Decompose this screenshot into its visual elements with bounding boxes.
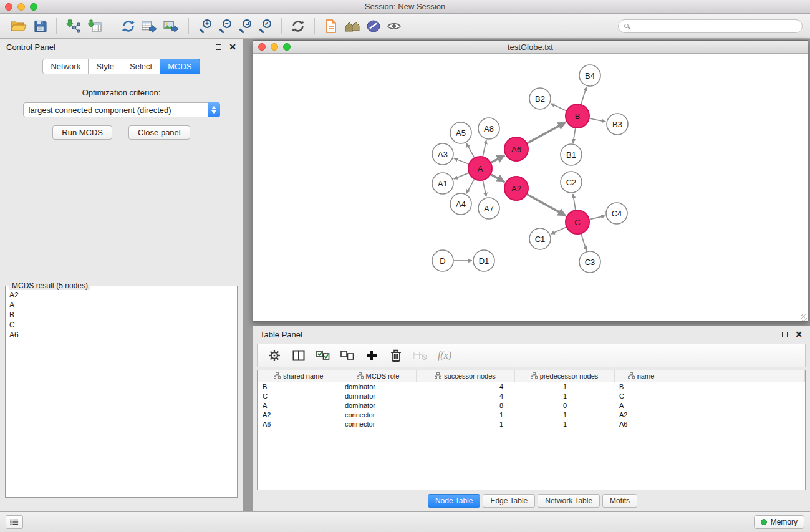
minimize-window-button[interactable]	[17, 3, 25, 11]
show-home-panel-button[interactable]	[341, 16, 364, 36]
table-cell[interactable]: A	[614, 401, 668, 410]
mcds-result-item[interactable]: A2	[9, 290, 233, 300]
save-session-button[interactable]	[30, 16, 50, 36]
table-row[interactable]: Adominator80A	[258, 401, 805, 410]
table-cell[interactable]: dominator	[340, 392, 416, 401]
table-cell[interactable]: dominator	[340, 401, 416, 410]
tab-network[interactable]: Network	[42, 59, 89, 74]
export-image-button[interactable]	[160, 16, 182, 36]
network-node-A[interactable]: A	[468, 157, 492, 180]
network-edge-A-A8[interactable]	[483, 140, 486, 157]
network-edge-C-C3[interactable]	[581, 234, 586, 251]
zoom-selected-button[interactable]: ✓	[255, 16, 275, 36]
mcds-result-item[interactable]: C	[9, 320, 233, 330]
network-node-D[interactable]: D	[432, 250, 453, 271]
table-cell[interactable]: A	[258, 401, 340, 410]
network-node-A5[interactable]: A5	[450, 122, 471, 143]
import-network-button[interactable]	[63, 16, 84, 36]
show-hide-button[interactable]	[383, 16, 405, 36]
network-node-A3[interactable]: A3	[432, 143, 453, 165]
table-cell[interactable]: 1	[416, 410, 514, 420]
network-edge-A-A5[interactable]	[466, 143, 474, 158]
network-edge-C-C1[interactable]	[551, 227, 566, 234]
delete-table-button[interactable]	[410, 346, 431, 365]
table-cell[interactable]: 1	[514, 382, 614, 392]
deselect-all-button[interactable]	[337, 346, 358, 365]
network-edge-A-A3[interactable]	[454, 158, 469, 164]
float-table-panel-icon[interactable]	[782, 332, 788, 337]
network-edge-A-A1[interactable]	[454, 173, 469, 179]
tab-style[interactable]: Style	[88, 59, 122, 74]
zoom-network-window-button[interactable]	[283, 43, 291, 51]
open-recent-document-button[interactable]	[321, 16, 341, 36]
memory-button[interactable]: Memory	[754, 515, 804, 529]
add-column-button[interactable]	[361, 346, 382, 365]
table-cell[interactable]: connector	[340, 420, 416, 429]
network-edge-A-A7[interactable]	[483, 181, 486, 197]
network-node-A1[interactable]: A1	[432, 173, 453, 194]
network-node-D1[interactable]: D1	[473, 250, 494, 271]
refresh-view-button[interactable]	[288, 16, 308, 36]
network-node-A4[interactable]: A4	[450, 193, 471, 215]
export-network-button[interactable]	[118, 16, 138, 36]
table-cell[interactable]: C	[258, 392, 340, 401]
table-cell[interactable]: connector	[340, 410, 416, 420]
table-cell[interactable]: B	[258, 382, 340, 392]
table-row[interactable]: Cdominator41C	[258, 392, 805, 401]
criterion-dropdown[interactable]: largest connected component (directed)	[23, 102, 220, 117]
network-edge-A2-C[interactable]	[528, 195, 566, 216]
task-history-button[interactable]	[6, 515, 23, 529]
network-node-B1[interactable]: B1	[561, 144, 582, 165]
tab-network-table[interactable]: Network Table	[538, 494, 600, 508]
network-edge-C-C2[interactable]	[573, 194, 576, 210]
tab-edge-table[interactable]: Edge Table	[483, 494, 535, 508]
network-graph[interactable]: B4B2BB3A8A5A6A3B1AC2A1A2A4A7C4CC1C3DD1	[253, 54, 808, 321]
zoom-in-button[interactable]: +	[195, 16, 215, 36]
network-edge-A-A2[interactable]	[491, 175, 505, 182]
show-columns-button[interactable]	[288, 346, 309, 365]
mcds-result-item[interactable]: B	[9, 310, 233, 320]
table-cell[interactable]: 1	[514, 392, 614, 401]
table-row[interactable]: A6connector11A6	[258, 420, 805, 429]
minimize-network-window-button[interactable]	[271, 43, 278, 51]
network-node-C[interactable]: C	[566, 210, 589, 234]
visual-style-button[interactable]	[364, 16, 383, 36]
network-edge-B-B3[interactable]	[590, 118, 606, 122]
column-header-name[interactable]: name	[614, 370, 668, 382]
table-cell[interactable]: 1	[514, 420, 614, 429]
network-edge-C-C4[interactable]	[590, 216, 605, 220]
network-node-A6[interactable]: A6	[504, 137, 528, 161]
network-node-A7[interactable]: A7	[478, 198, 499, 219]
network-node-B3[interactable]: B3	[607, 114, 628, 135]
table-cell[interactable]: A6	[614, 420, 668, 429]
close-network-window-button[interactable]	[258, 43, 266, 51]
table-row[interactable]: Bdominator41B	[258, 382, 805, 392]
table-cell[interactable]: 4	[416, 392, 514, 401]
column-header-mcds-role[interactable]: MCDS role	[340, 370, 416, 382]
network-node-C4[interactable]: C4	[606, 203, 627, 224]
table-mode-button[interactable]	[264, 346, 285, 365]
table-cell[interactable]: A2	[258, 410, 340, 420]
network-node-A2[interactable]: A2	[504, 177, 528, 200]
close-window-button[interactable]	[5, 3, 12, 11]
table-cell[interactable]: dominator	[340, 382, 416, 392]
tab-motifs[interactable]: Motifs	[602, 494, 637, 508]
table-cell[interactable]: B	[614, 382, 668, 392]
network-node-A8[interactable]: A8	[478, 118, 499, 139]
network-edge-B-B4[interactable]	[581, 87, 587, 104]
table-cell[interactable]: 1	[514, 410, 614, 420]
network-edge-A6-B[interactable]	[528, 122, 566, 143]
zoom-out-button[interactable]: −	[215, 16, 235, 36]
network-edge-A-A4[interactable]	[466, 180, 474, 194]
zoom-fit-button[interactable]	[235, 16, 255, 36]
column-header-predecessor-nodes[interactable]: predecessor nodes	[514, 370, 614, 382]
network-canvas[interactable]: B4B2BB3A8A5A6A3B1AC2A1A2A4A7C4CC1C3DD1	[253, 54, 808, 321]
network-edge-A-A6[interactable]	[491, 155, 505, 163]
network-node-C3[interactable]: C3	[579, 251, 600, 273]
mcds-result-item[interactable]: A	[9, 300, 233, 310]
column-header-shared-name[interactable]: shared name	[258, 370, 340, 382]
close-table-panel-icon[interactable]: ✕	[795, 330, 803, 339]
network-node-C2[interactable]: C2	[561, 172, 582, 193]
network-edge-B-B1[interactable]	[573, 128, 576, 143]
table-cell[interactable]: 1	[416, 420, 514, 429]
